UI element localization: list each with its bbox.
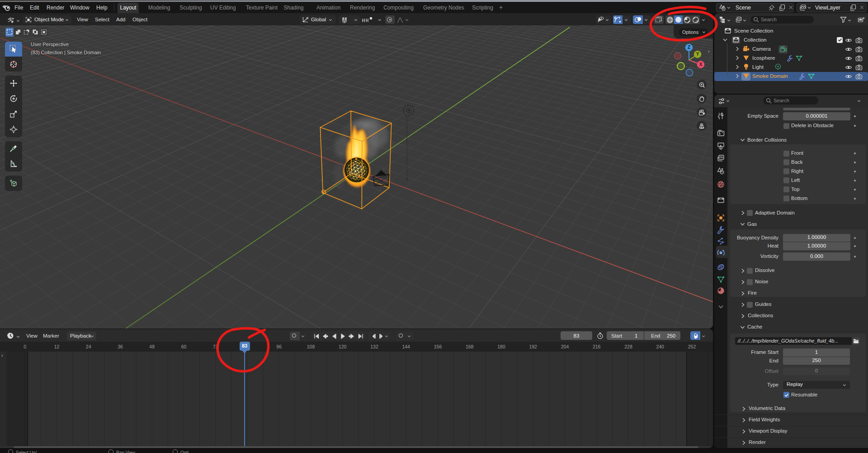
- svg-text:Y: Y: [696, 52, 699, 57]
- svg-text:Z: Z: [688, 45, 690, 50]
- svg-text:X: X: [699, 62, 703, 67]
